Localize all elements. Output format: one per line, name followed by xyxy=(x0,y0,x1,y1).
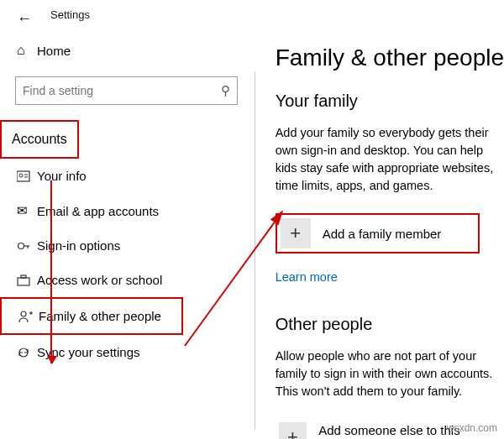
search-icon: ⚲ xyxy=(221,83,230,98)
svg-point-1 xyxy=(19,174,23,177)
add-family-member-label: Add a family member xyxy=(323,227,442,241)
briefcase-icon xyxy=(17,274,37,286)
svg-rect-8 xyxy=(21,275,26,278)
svg-line-12 xyxy=(185,212,282,346)
sync-icon xyxy=(17,346,37,359)
mail-icon: ✉ xyxy=(17,203,37,218)
sidebar-item-label: Your info xyxy=(37,169,87,183)
watermark: wsxdn.com xyxy=(447,422,497,434)
person-card-icon xyxy=(17,170,37,182)
people-plus-icon xyxy=(18,310,39,323)
home-icon: ⌂ xyxy=(17,43,37,58)
add-family-member-button[interactable]: + Add a family member xyxy=(276,213,480,253)
annotation-arrow-down xyxy=(50,180,52,363)
back-icon[interactable]: ← xyxy=(13,7,36,30)
sidebar-section-accounts: Accounts xyxy=(0,120,79,159)
plus-icon: + xyxy=(279,422,307,439)
sidebar-item-label: Sign-in options xyxy=(37,238,120,253)
your-family-description: Add your family so everybody gets their … xyxy=(276,124,504,195)
svg-rect-7 xyxy=(18,278,29,285)
search-input[interactable] xyxy=(23,84,221,97)
search-field[interactable]: ⚲ xyxy=(15,76,238,105)
key-icon xyxy=(17,239,37,253)
svg-point-9 xyxy=(21,311,26,316)
page-title: Family & other people xyxy=(276,44,504,71)
sidebar-item-family-other-people[interactable]: Family & other people xyxy=(0,297,183,335)
sidebar-item-your-info[interactable]: Your info xyxy=(0,159,255,193)
sidebar-home-label: Home xyxy=(37,44,71,58)
other-people-heading: Other people xyxy=(276,315,504,334)
svg-point-4 xyxy=(18,243,24,248)
annotation-arrow-diagonal xyxy=(185,201,302,353)
sidebar-item-label: Email & app accounts xyxy=(37,204,159,218)
other-people-description: Allow people who are not part of your fa… xyxy=(276,348,504,400)
window-title: Settings xyxy=(0,0,504,29)
sidebar-item-label: Family & other people xyxy=(39,309,161,323)
sidebar-home[interactable]: ⌂ Home xyxy=(0,36,255,65)
your-family-heading: Your family xyxy=(276,91,504,111)
svg-rect-0 xyxy=(17,171,29,181)
sidebar-item-label: Access work or school xyxy=(37,273,162,287)
